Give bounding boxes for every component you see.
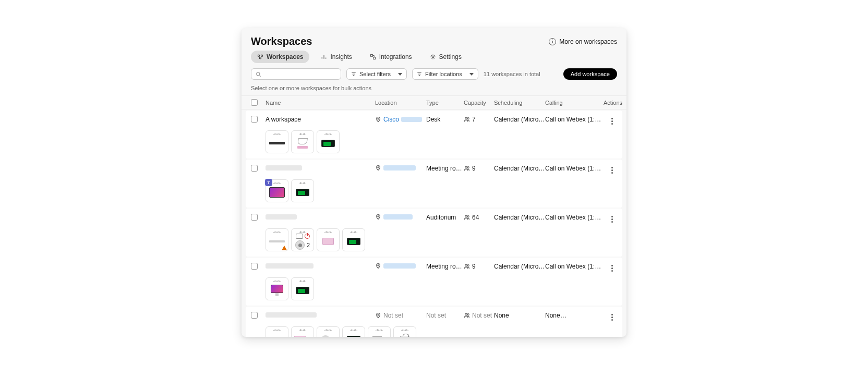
row-capacity: 64 — [464, 214, 494, 221]
svg-point-19 — [378, 118, 379, 119]
device-thumbnails: ·ılı·ılı·T·ılı·ılı· — [266, 179, 617, 202]
row-checkbox[interactable] — [251, 312, 258, 319]
add-workspace-label: Add workspace — [571, 71, 610, 77]
row-checkbox[interactable] — [251, 214, 258, 221]
select-filters-button[interactable]: Select filters — [346, 68, 407, 80]
table-row[interactable]: Auditorium64Calendar (Microsoft)Call on … — [246, 209, 622, 257]
device-thumbnail[interactable]: ·ılı·ılı· — [342, 228, 365, 251]
device-thumbnail[interactable]: ·ılı·ılı· — [317, 228, 340, 251]
row-name — [266, 312, 375, 319]
tab-settings[interactable]: Settings — [424, 51, 468, 63]
device-thumbnail[interactable]: ·ılı·ılı· — [317, 130, 340, 153]
select-all-checkbox[interactable] — [251, 99, 258, 106]
row-calling: None… — [545, 312, 604, 319]
svg-point-31 — [378, 314, 379, 315]
device-thumbnail[interactable]: ·ılı·ılı·4 — [317, 326, 340, 337]
row-actions-menu[interactable] — [608, 165, 616, 175]
col-actions: Actions — [604, 100, 620, 106]
search-icon — [256, 71, 261, 77]
device-thumbnail[interactable]: ·ılı·ılı·2 — [291, 228, 314, 251]
device-thumbnail[interactable]: ·ılı·ılı· — [393, 326, 416, 337]
table-row[interactable]: Meeting room9Calendar (Microsoft)Call on… — [246, 258, 622, 306]
search-input[interactable] — [264, 71, 336, 77]
row-scheduling: Calendar (Microsoft) — [494, 263, 545, 270]
device-thumbnail[interactable]: ·ılı·ılı· — [291, 277, 314, 300]
row-name — [266, 263, 375, 270]
device-thumbnails: ·ılı·ılı··ılı·ılı· — [266, 277, 617, 300]
row-actions-menu[interactable] — [608, 263, 616, 273]
add-workspace-button[interactable]: Add workspace — [563, 68, 617, 80]
warning-icon — [282, 246, 287, 250]
svg-rect-6 — [370, 55, 372, 57]
more-link-label: More on workspaces — [559, 38, 617, 45]
row-location[interactable]: Cisco — [375, 116, 426, 123]
device-thumbnail[interactable]: ·ılı·ılı· — [266, 130, 288, 153]
row-location[interactable] — [375, 214, 426, 220]
row-name — [266, 214, 375, 221]
insights-icon — [321, 54, 327, 60]
device-thumbnails: ·ılı·ılı··ılı·ılı··ılı·ılı· — [266, 130, 617, 153]
tab-label: Settings — [439, 53, 462, 60]
filter-locations-button[interactable]: Filter locations — [412, 68, 478, 80]
device-thumbnail[interactable]: ·ılı·ılı· — [266, 228, 288, 251]
teams-badge-icon: T — [265, 179, 272, 186]
svg-point-21 — [467, 118, 469, 119]
col-capacity: Capacity — [464, 100, 494, 106]
row-name: A workspace — [266, 116, 375, 123]
svg-point-26 — [465, 215, 467, 217]
svg-point-27 — [467, 216, 469, 217]
row-checkbox[interactable] — [251, 263, 258, 270]
row-checkbox[interactable] — [251, 165, 258, 172]
tab-label: Integrations — [379, 53, 412, 60]
row-actions-menu[interactable] — [608, 312, 616, 322]
device-thumbnail[interactable]: ·ılı·ılı· — [291, 130, 314, 153]
row-type: Not set — [426, 312, 464, 319]
device-thumbnail[interactable]: ·ılı·ılı·T — [266, 179, 288, 202]
device-thumbnail[interactable]: ·ılı·ılı·2 — [291, 326, 314, 337]
row-type: Meeting room — [426, 165, 464, 172]
row-type: Meeting room — [426, 263, 464, 270]
tab-integrations[interactable]: Integrations — [364, 51, 418, 63]
tab-insights[interactable]: Insights — [315, 51, 358, 63]
row-scheduling: None — [494, 312, 545, 319]
row-location[interactable] — [375, 165, 426, 171]
tab-label: Insights — [330, 53, 352, 60]
svg-rect-0 — [258, 55, 260, 56]
tab-workspaces[interactable]: Workspaces — [251, 51, 309, 63]
device-thumbnail[interactable]: ·ılı·ılı·2 — [368, 326, 391, 337]
row-actions-menu[interactable] — [608, 214, 616, 224]
more-on-workspaces-link[interactable]: i More on workspaces — [549, 38, 617, 45]
col-type: Type — [426, 100, 464, 106]
row-name — [266, 165, 375, 172]
col-scheduling: Scheduling — [494, 100, 545, 106]
device-thumbnail[interactable]: ·ılı·ılı· — [291, 179, 314, 202]
svg-point-10 — [432, 56, 434, 58]
svg-point-22 — [378, 167, 379, 168]
integrations-icon — [370, 54, 376, 60]
svg-point-29 — [465, 264, 467, 266]
svg-point-23 — [465, 166, 467, 168]
select-filters-label: Select filters — [359, 71, 391, 77]
filter-locations-label: Filter locations — [425, 71, 462, 77]
row-checkbox[interactable] — [251, 116, 258, 123]
table-row[interactable]: Meeting room9Calendar (Microsoft)Call on… — [246, 160, 622, 208]
people-icon — [464, 165, 470, 172]
device-thumbnail[interactable]: ·ılı·ılı· — [266, 277, 288, 300]
search-input-wrapper[interactable] — [251, 68, 341, 80]
page-title: Workspaces — [251, 35, 312, 47]
svg-point-25 — [378, 216, 379, 217]
row-location[interactable] — [375, 263, 426, 269]
device-thumbnail[interactable]: ·ılı·ılı· — [266, 326, 288, 337]
col-location: Location — [375, 100, 426, 106]
row-actions-menu[interactable] — [608, 116, 616, 126]
row-scheduling: Calendar (Microsoft) — [494, 165, 545, 172]
workspace-rows: A workspaceCiscoDesk7Calendar (Microsoft… — [242, 110, 626, 337]
people-icon — [464, 116, 470, 123]
table-row[interactable]: Not setNot setNot setNoneNone…·ılı·ılı··… — [246, 307, 622, 337]
workspaces-panel: Workspaces i More on workspaces Workspac… — [242, 28, 626, 337]
col-name: Name — [266, 100, 375, 106]
svg-rect-2 — [260, 57, 261, 59]
device-thumbnail[interactable]: ·ılı·ılı· — [342, 326, 365, 337]
table-row[interactable]: A workspaceCiscoDesk7Calendar (Microsoft… — [246, 111, 622, 159]
bulk-hint: Select one or more workspaces for bulk a… — [242, 84, 626, 95]
